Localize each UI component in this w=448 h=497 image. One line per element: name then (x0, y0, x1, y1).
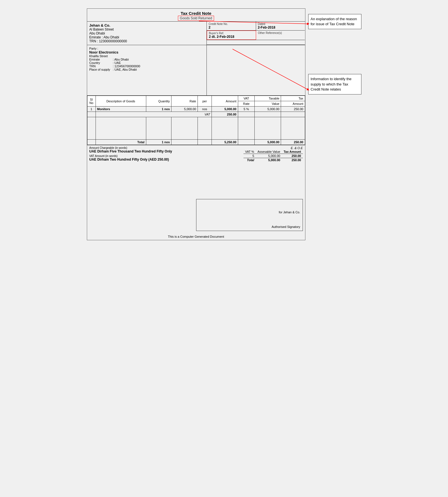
footer-area: Amount Chargeable (in words) UAE Dirham … (87, 145, 305, 163)
credit-note-number-value: 2 (208, 26, 254, 29)
party-place-key: Place of supply (89, 68, 112, 71)
item-quantity: 1 nos (146, 107, 171, 112)
tax-amount-val: 250.00 (282, 154, 303, 158)
vat-summary-row-1: 5 5,000.00 250.00 (243, 154, 303, 158)
vat-amount-label: VAT Amount (in words) (89, 154, 172, 158)
col-rate: Rate (171, 96, 198, 107)
buyers-ref-value: 2 dt. 2-Feb-2018 (209, 35, 254, 39)
credit-note-number-label: Credit Note No. (208, 22, 254, 26)
col-vat-rate-2: Rate (238, 101, 255, 107)
party-place-value: : UAE, Abu Dhabi (113, 68, 137, 71)
party-trn-value: : 123456700000000 (113, 64, 140, 68)
total-label: Total (96, 140, 146, 145)
annotations-container: An explanation of the reason for issue o… (308, 8, 361, 97)
item-sl: 1 (87, 107, 96, 112)
col-vat-rate: VAT (238, 96, 255, 101)
col-per: per (198, 96, 212, 107)
col-quantity: Quantity (146, 96, 171, 107)
buyers-ref-cell: Buyer's Ref. 2 dt. 2-Feb-2018 (207, 31, 256, 40)
annotation-2: Information to identify the supply to wh… (308, 74, 361, 94)
seller-info: Jehan & Co. Al Bateen Street Abu Dhabi E… (87, 22, 207, 45)
party-country-value: : UAE (113, 61, 121, 64)
party-emirate-value: : Abu Dhabi (113, 58, 129, 61)
assessable-val: 5,000.00 (256, 154, 282, 158)
total-tax: 250.00 (281, 140, 305, 145)
item-amount: 5,000.00 (212, 107, 238, 112)
party-emirate-row: Emirate : Abu Dhabi (89, 58, 205, 61)
vat-amount-value: UAE Dirham Two Hundred Fifty Only (AED 2… (89, 158, 172, 161)
credit-note-ref-row: Buyer's Ref. 2 dt. 2-Feb-2018 Other Refe… (207, 31, 305, 40)
seller-emirate: Emirate : Abu Dhabi (89, 35, 205, 39)
col-tax-amount-2: Amount (281, 101, 305, 107)
party-trn-row: TRN : 123456700000000 (89, 64, 205, 68)
party-right (207, 45, 305, 95)
credit-note-dated-label: Dated (258, 22, 303, 26)
party-trn-key: TRN (89, 64, 112, 68)
item-vat-rate: 5 % (238, 107, 255, 112)
document-title: Tax Credit Note (87, 11, 305, 16)
vat-amount: 250.00 (212, 112, 238, 117)
vat-label-row: VAT 250.00 (87, 112, 305, 117)
party-label: Party : (89, 47, 205, 50)
credit-note-dated-cell: Dated 2-Feb-2018 (256, 22, 305, 30)
party-country-key: Country (89, 61, 112, 64)
vat-total-tax: 250.00 (282, 158, 303, 162)
assessable-header: Assesable Value (256, 150, 282, 154)
vat-summary-total: Total 5,000.00 250.00 (243, 158, 303, 162)
seller-street: Al Bateen Street (89, 27, 205, 31)
footer-top: Amount Chargeable (in words) UAE Dirham … (89, 146, 303, 162)
item-description: Monitors (96, 107, 146, 112)
tax-amount-header: Tax Amount (282, 150, 303, 154)
item-tax: 250.00 (281, 107, 305, 112)
vat-tax-empty (281, 112, 305, 117)
vat-rate-empty (238, 112, 255, 117)
other-ref-label: Other Reference(s) (258, 31, 303, 34)
annotation-1: An explanation of the reason for issue o… (308, 14, 361, 29)
seller-trn: TRN : 123000000000000 (89, 39, 205, 43)
party-name: Noor Electronics (89, 50, 205, 54)
vat-pct-header: VAT % (243, 150, 256, 154)
signature-box: for Jehan & Co. Authorised Signatory (196, 199, 303, 231)
vat-summary-header: VAT % Assesable Value Tax Amount (243, 150, 303, 154)
total-quantity: 1 nos (146, 140, 171, 145)
total-row: Total 1 nos 5,250.00 5,000.00 250.00 (87, 140, 305, 145)
title-area: Tax Credit Note Goods Sold Returned (87, 9, 305, 22)
total-taxable: 5,000.00 (255, 140, 281, 145)
item-rate: 5,000.00 (171, 107, 198, 112)
party-left: Party : Noor Electronics Khalifa Street … (87, 45, 207, 95)
total-per-empty (198, 140, 212, 145)
vat-summary-table: VAT % Assesable Value Tax Amount 5 5,000… (243, 150, 303, 162)
party-info: Party : Noor Electronics Khalifa Street … (87, 45, 305, 96)
table-header-row: SlNo Description of Goods Quantity Rate … (87, 96, 305, 101)
col-amount: Amount (212, 96, 238, 107)
total-vat-rate-empty (238, 140, 255, 145)
col-description: Description of Goods (96, 96, 146, 107)
amount-words-section: Amount Chargeable (in words) UAE Dirham … (89, 146, 172, 161)
items-table: SlNo Description of Goods Quantity Rate … (87, 96, 305, 145)
vat-sl-empty (87, 112, 96, 117)
credit-note-number-row: Credit Note No. 2 Dated 2-Feb-2018 (207, 22, 305, 31)
party-emirate-key: Emirate (89, 58, 112, 61)
vat-label: VAT (96, 112, 212, 117)
vat-summary-section: E. & O.E VAT % Assesable Value Tax Amoun… (243, 146, 303, 162)
credit-note-details: Credit Note No. 2 Dated 2-Feb-2018 Buyer… (207, 22, 305, 45)
annotation-2-text: Information to identify the supply to wh… (311, 77, 352, 91)
col-taxable-2: Value (255, 101, 281, 107)
seller-name: Jehan & Co. (89, 23, 205, 27)
item-per: nos (198, 107, 212, 112)
footer-spacer (87, 163, 305, 197)
header-info-row: Jehan & Co. Al Bateen Street Abu Dhabi E… (87, 22, 305, 45)
item-row-1: 1 Monitors 1 nos 5,000.00 nos 5,000.00 5… (87, 107, 305, 112)
party-street: Khalifa Street (89, 54, 205, 58)
total-amount: 5,250.00 (212, 140, 238, 145)
col-tax-amount: Tax (281, 96, 305, 101)
vat-pct-val: 5 (243, 154, 256, 158)
party-country-row: Country : UAE (89, 61, 205, 64)
annotation-1-text: An explanation of the reason for issue o… (311, 17, 357, 26)
col-taxable: Taxable (255, 96, 281, 101)
spacer-row (87, 117, 305, 140)
vat-taxable-empty (255, 112, 281, 117)
empty-ref-area (207, 40, 305, 45)
other-ref-cell: Other Reference(s) (256, 31, 305, 40)
amount-chargeable-value: UAE Dirham Five Thousand Two Hundred Fif… (89, 149, 172, 153)
